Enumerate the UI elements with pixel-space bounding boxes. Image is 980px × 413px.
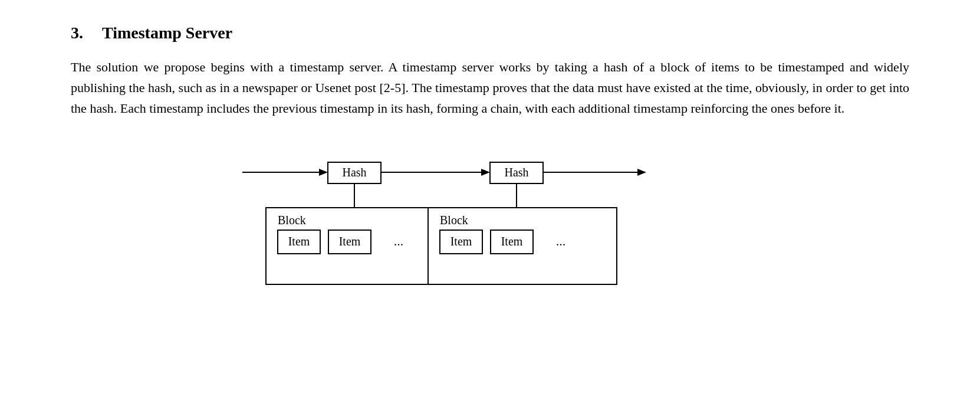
section-heading: Timestamp Server bbox=[102, 24, 232, 42]
timestamp-diagram: Hash Block Item Item ... Hash Block Item bbox=[225, 143, 755, 296]
ellipsis-2: ... bbox=[556, 234, 566, 248]
section-paragraph: The solution we propose begins with a ti… bbox=[71, 57, 909, 119]
svg-marker-8 bbox=[481, 169, 490, 176]
item-2-1: Item bbox=[450, 235, 472, 248]
hash-label-2: Hash bbox=[504, 166, 528, 179]
hash-label-1: Hash bbox=[342, 166, 366, 179]
item-1-1: Item bbox=[288, 235, 310, 248]
ellipsis-1: ... bbox=[394, 234, 404, 248]
svg-marker-15 bbox=[637, 169, 646, 176]
item-2-2: Item bbox=[501, 235, 523, 248]
item-1-2: Item bbox=[339, 235, 361, 248]
block-label-2: Block bbox=[440, 214, 468, 227]
block-label-1: Block bbox=[278, 214, 306, 227]
section-number: 3. bbox=[71, 24, 83, 42]
svg-marker-1 bbox=[319, 169, 328, 176]
section-title: 3. Timestamp Server bbox=[71, 24, 909, 42]
diagram-area: Hash Block Item Item ... Hash Block Item bbox=[71, 143, 909, 296]
